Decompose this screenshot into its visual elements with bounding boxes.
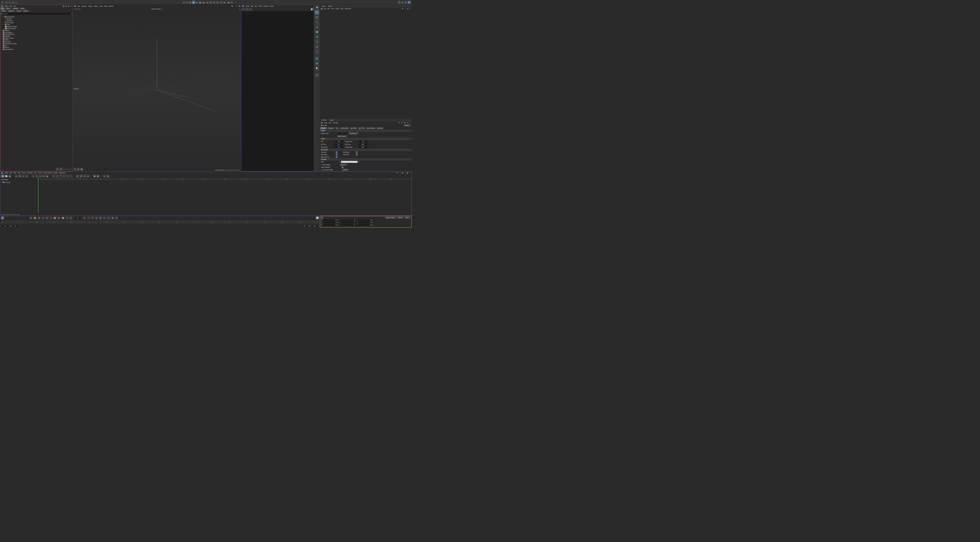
tab-presets[interactable]: Presets xyxy=(22,10,29,12)
subtab-cineware[interactable]: Cineware xyxy=(327,127,335,129)
tab-operators[interactable]: Operators xyxy=(7,10,15,12)
tab-scenes[interactable]: Scenes xyxy=(15,10,22,12)
prev-key-icon[interactable]: ⏪ xyxy=(33,217,37,220)
tl-filter-icon[interactable]: ▤ xyxy=(402,172,403,173)
tree-favorites[interactable]: ♡Favorites xyxy=(1,17,72,20)
tl-key-ripple-icon[interactable]: ⟲ xyxy=(42,174,45,177)
section-display[interactable]: ▾ Display xyxy=(320,158,412,160)
tl-curve-1-icon[interactable]: ╲ xyxy=(52,174,55,177)
axis-w-button[interactable]: ⬚ xyxy=(15,1,18,4)
tree-keywords[interactable]: 🔖Keywords xyxy=(1,20,72,22)
undo-icon[interactable]: ↶ xyxy=(1,1,4,4)
tool-2-icon[interactable]: ⬡ xyxy=(185,1,188,4)
range-end-prev-icon[interactable]: ‹ xyxy=(310,225,311,227)
attr-popout-icon[interactable]: ↗ xyxy=(410,122,411,123)
tl-tool-user-icon[interactable]: 👤 xyxy=(25,174,28,177)
tl-curve-4-icon[interactable]: ∿ xyxy=(62,174,65,177)
range-end-field[interactable]: 90 F xyxy=(302,225,308,227)
tab-all[interactable]: All xyxy=(1,7,5,10)
graph-icon[interactable]: 📊 xyxy=(316,217,319,220)
next-key-icon[interactable]: ⏩ xyxy=(54,217,57,220)
tl-marker-1-icon[interactable]: ⬣ xyxy=(93,174,96,177)
mode-1-icon[interactable]: ◉ xyxy=(227,1,230,4)
key-settings-icon[interactable]: ⚙ xyxy=(91,217,94,220)
section-execution[interactable]: ▾ Execution xyxy=(320,149,412,151)
nav-back-icon[interactable]: ← xyxy=(391,122,392,123)
subtab-todo[interactable]: 🔒 To Do xyxy=(358,127,366,129)
next-frame-icon[interactable]: ▷ xyxy=(49,217,52,220)
menu-icon[interactable] xyxy=(1,6,3,7)
key-s-icon[interactable]: ◐ xyxy=(99,217,102,220)
project-time-field[interactable]: ‹0 F› xyxy=(358,140,369,143)
om-tags-menu[interactable]: Tags xyxy=(340,8,343,10)
tl-record-icon[interactable]: ◉ xyxy=(103,174,106,177)
attr-menu-icon[interactable] xyxy=(321,122,323,123)
view-clipping-expand-icon[interactable]: ▸ xyxy=(321,164,322,165)
tl-tool-sphere-icon[interactable]: ● xyxy=(14,174,18,177)
go-end-icon[interactable]: ⏭ xyxy=(57,217,60,220)
attr-search-icon[interactable]: 🔍 xyxy=(398,122,400,123)
fps-field[interactable]: ‹30› xyxy=(334,140,344,143)
sphere-icon[interactable]: ◉ xyxy=(315,5,319,10)
play-fwd-icon[interactable]: ▶ xyxy=(45,217,48,220)
vp-view-menu[interactable]: View xyxy=(77,5,80,7)
nav-fwd-icon[interactable]: → xyxy=(394,122,395,123)
rv-texture-menu[interactable]: Texture xyxy=(270,5,274,7)
loop-icon[interactable]: 🔁 xyxy=(61,217,64,220)
tl-key-box-icon[interactable]: ▢ xyxy=(39,174,42,177)
panel-icon-2[interactable]: ▤ xyxy=(65,5,67,7)
tree-objects[interactable]: +Objects xyxy=(1,30,72,32)
edit-mode-icon[interactable]: ✎ xyxy=(315,73,319,78)
subtab-xrefs[interactable]: 🔒 XRefs xyxy=(350,127,358,129)
transform-gizmo-icon[interactable]: ◈ xyxy=(1,217,4,220)
tree-tex[interactable]: +tex xyxy=(1,45,72,47)
lattice-icon[interactable]: ⬚ xyxy=(315,49,319,54)
clipboard-icon[interactable]: 📋 xyxy=(310,8,313,11)
tab-media[interactable]: Media xyxy=(20,7,25,10)
snap-2-icon[interactable]: ⚙ xyxy=(209,1,212,4)
tl-curve-6-icon[interactable]: ⟍ xyxy=(70,174,73,177)
tab-nodes[interactable]: Nodes xyxy=(1,10,7,12)
range-start2-field[interactable]: 0 F xyxy=(12,225,18,227)
tl-key-move-icon[interactable]: ↔ xyxy=(32,174,35,177)
tree-recently-used[interactable]: 🕐Recently Used xyxy=(1,28,72,30)
tl-marker-2-icon[interactable]: ⬢ xyxy=(96,174,99,177)
tab-materials[interactable]: Materials xyxy=(12,7,19,10)
tl-grab-icon[interactable]: ✋ xyxy=(407,172,409,173)
tree-new-content[interactable]: ◆New Content xyxy=(1,22,72,24)
color-expand-icon[interactable]: ▸ xyxy=(339,161,340,163)
max-time-field[interactable]: ‹90 F› xyxy=(358,143,369,146)
tab-objects[interactable]: Objects xyxy=(5,7,11,10)
tool-6-icon[interactable]: ▦ xyxy=(199,1,202,4)
preview-min-field[interactable]: ‹0 F› xyxy=(334,146,344,148)
sound-icon[interactable]: 🔊 xyxy=(70,217,73,220)
om-home-icon[interactable]: ⌂ xyxy=(405,8,406,10)
subtab-nodes[interactable]: 🔒 Nodes xyxy=(376,127,384,129)
tl-fcurve-icon[interactable]: 📈 xyxy=(5,174,8,177)
tl-functions-menu[interactable]: Functions xyxy=(27,172,33,174)
add-icon[interactable]: + xyxy=(242,8,245,11)
range-start-prev-icon[interactable]: ‹ xyxy=(1,225,2,227)
object-list[interactable] xyxy=(320,10,412,119)
project-scale-unit[interactable]: Centimeters▾ xyxy=(348,132,358,135)
z-rot-field[interactable]: 0 ° xyxy=(340,224,357,226)
tree-simulation[interactable]: Simulation xyxy=(1,41,72,43)
view-menu[interactable]: View xyxy=(13,6,16,7)
nav-rotate-icon[interactable]: ↻ xyxy=(236,5,237,7)
layout-3-icon[interactable]: 🗓 xyxy=(404,1,407,4)
axis-y-button[interactable]: Y xyxy=(8,1,11,4)
layout-4-icon[interactable]: ◯ xyxy=(408,1,411,4)
attr-target-icon[interactable]: ◎ xyxy=(407,122,408,123)
attr-filter-icon[interactable]: ▤ xyxy=(401,122,402,123)
default-dropdown[interactable]: Default▾ xyxy=(404,124,411,127)
om-filter-icon[interactable]: ▤ xyxy=(407,8,408,10)
tree-quick-access[interactable]: −Quick Access xyxy=(1,16,72,18)
tl-dope-icon[interactable]: ▦ xyxy=(1,174,4,177)
nav-frame-icon[interactable]: ▦ xyxy=(239,5,240,7)
nav-hand-icon[interactable]: ✋ xyxy=(231,5,233,7)
timeline-tracks[interactable]: 051015202530354045505560657075808590 xyxy=(38,178,411,213)
particle-icon[interactable]: ✦ xyxy=(315,25,319,29)
vp-display-menu[interactable]: Display xyxy=(88,5,92,7)
nav-up-icon[interactable]: ↑ xyxy=(396,122,397,123)
color-swatch[interactable] xyxy=(341,161,358,163)
